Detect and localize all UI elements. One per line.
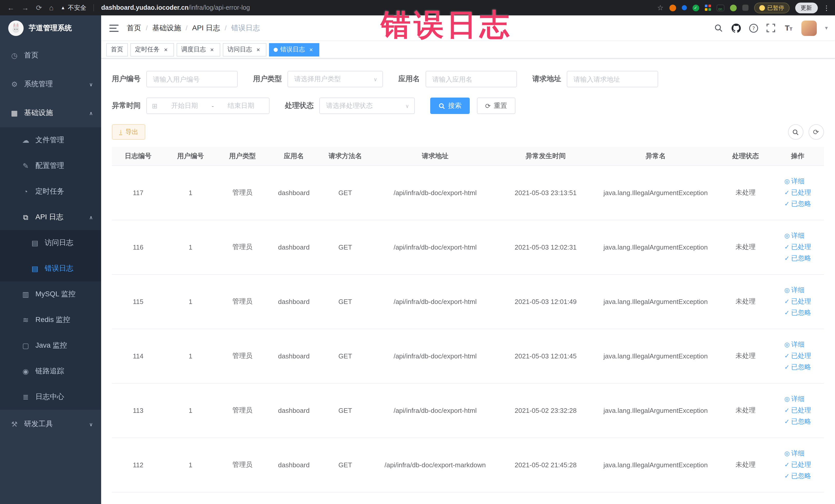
update-button[interactable]: 更新 xyxy=(795,2,817,13)
sidebar-item-config[interactable]: ✎ 配置管理 xyxy=(0,153,101,179)
ignored-link[interactable]: ✓已忽略 xyxy=(785,470,811,482)
user-id-input[interactable] xyxy=(146,71,238,87)
sidebar-item-job[interactable]: ◔ 定时任务 xyxy=(0,179,101,204)
sidebar-item-access-log[interactable]: ▤ 访问日志 xyxy=(0,230,101,256)
github-icon[interactable] xyxy=(732,23,741,33)
help-icon[interactable]: ? xyxy=(749,23,758,33)
sidebar-item-redis[interactable]: ≋ Redis 监控 xyxy=(0,307,101,333)
hamburger-icon[interactable] xyxy=(109,24,119,32)
sidebar-item-log-center[interactable]: ≣ 日志中心 xyxy=(0,384,101,410)
processed-link[interactable]: ✓已处理 xyxy=(785,459,811,470)
extensions-puzzle-icon[interactable] xyxy=(742,5,748,11)
navbar-actions: ? TT ▾ xyxy=(714,20,828,36)
sidebar-item-mysql[interactable]: ▥ MySQL 监控 xyxy=(0,281,101,307)
request-url-input[interactable] xyxy=(567,71,658,87)
tab-error-log[interactable]: 错误日志 × xyxy=(269,43,319,56)
sidebar-item-dev-tools[interactable]: ⚒ 研发工具 ∨ xyxy=(0,410,101,439)
ignored-link[interactable]: ✓已忽略 xyxy=(785,307,811,318)
tab-label: 定时任务 xyxy=(135,45,160,54)
sidebar-item-home[interactable]: ◷ 首页 xyxy=(0,41,101,70)
sidebar-item-file[interactable]: ☁ 文件管理 xyxy=(0,127,101,153)
toggle-search-button[interactable] xyxy=(788,124,803,140)
sidebar-item-trace[interactable]: ◉ 链路追踪 xyxy=(0,358,101,384)
tools-icon: ⚒ xyxy=(10,420,19,428)
ignored-link[interactable]: ✓已忽略 xyxy=(785,198,811,209)
sidebar-item-error-log[interactable]: ▤ 错误日志 xyxy=(0,256,101,281)
address-bar[interactable]: dashboard.yudao.iocoder.cn/infra/log/api… xyxy=(101,4,250,11)
bookmark-star-icon[interactable]: ☆ xyxy=(657,4,664,11)
fullscreen-icon[interactable] xyxy=(767,23,776,33)
sidebar-item-system[interactable]: ⚙ 系统管理 ∨ xyxy=(0,70,101,99)
search-button[interactable]: 搜索 xyxy=(430,98,470,114)
extension-icon-6[interactable] xyxy=(730,4,736,11)
process-status-label: 处理状态 xyxy=(285,101,314,110)
tab-home[interactable]: 首页 xyxy=(106,43,128,56)
font-size-icon[interactable]: TT xyxy=(784,23,793,33)
sidebar-item-infrastructure[interactable]: ▦ 基础设施 ∧ xyxy=(0,99,101,127)
tab-schedule-log[interactable]: 调度日志 × xyxy=(177,43,220,56)
detail-link[interactable]: ◎详细 xyxy=(785,230,811,241)
sidebar-item-label: 配置管理 xyxy=(36,161,64,170)
ignored-link[interactable]: ✓已忽略 xyxy=(785,362,811,373)
user-type-select[interactable]: 请选择用户类型 ∨ xyxy=(287,71,383,87)
breadcrumb-item[interactable]: 首页 xyxy=(127,23,141,33)
ignored-link[interactable]: ✓已忽略 xyxy=(785,253,811,264)
sidebar-item-label: MySQL 监控 xyxy=(36,289,76,299)
browser-reload-icon[interactable]: ⟳ xyxy=(36,4,42,11)
extension-icon-4[interactable] xyxy=(705,5,711,11)
tab-job[interactable]: 定时任务 × xyxy=(130,43,174,56)
check-icon: ✓ xyxy=(785,296,790,307)
table-header-row: 日志编号 用户编号 用户类型 应用名 请求方法名 请求地址 异常发生时间 异常名… xyxy=(112,147,824,165)
processed-link[interactable]: ✓已处理 xyxy=(785,405,811,416)
close-icon[interactable]: × xyxy=(162,46,169,53)
processed-link[interactable]: ✓已处理 xyxy=(785,350,811,362)
tab-access-log[interactable]: 访问日志 × xyxy=(223,43,266,56)
request-url-label: 请求地址 xyxy=(532,75,561,84)
sidebar-item-java[interactable]: ▢ Java 监控 xyxy=(0,333,101,358)
sidebar-item-api-log[interactable]: ⧉ API 日志 ∧ xyxy=(0,204,101,230)
breadcrumb-item[interactable]: 基础设施 xyxy=(152,23,181,33)
detail-link[interactable]: ◎详细 xyxy=(785,339,811,350)
refresh-table-button[interactable]: ⟳ xyxy=(808,124,824,140)
detail-link[interactable]: ◎详细 xyxy=(785,394,811,405)
avatar-caret-down-icon[interactable]: ▾ xyxy=(825,25,828,31)
extension-icon-1[interactable] xyxy=(669,4,676,11)
detail-link[interactable]: ◎详细 xyxy=(785,284,811,296)
browser-home-icon[interactable]: ⌂ xyxy=(49,4,54,11)
app-name-input[interactable] xyxy=(426,71,517,87)
avatar[interactable] xyxy=(801,20,817,36)
process-status-select[interactable]: 请选择处理状态 ∨ xyxy=(319,98,415,114)
extension-icon-5[interactable]: on xyxy=(716,4,724,11)
search-icon[interactable] xyxy=(714,23,724,33)
sidebar-logo[interactable]: 芋道管理系统 xyxy=(0,15,101,41)
detail-link[interactable]: ◎详细 xyxy=(785,448,811,459)
close-icon[interactable]: × xyxy=(307,46,315,53)
extension-icon-2[interactable] xyxy=(681,5,687,10)
cell-status: 未处理 xyxy=(719,274,772,329)
cell-exception-name: java.lang.IllegalArgumentException xyxy=(592,220,719,274)
eye-icon: ◎ xyxy=(785,230,790,241)
ignored-link[interactable]: ✓已忽略 xyxy=(785,416,811,427)
divider xyxy=(94,4,94,11)
chevron-up-icon: ∧ xyxy=(89,110,93,116)
reset-button[interactable]: ⟳ 重置 xyxy=(477,98,515,114)
breadcrumb-item[interactable]: API 日志 xyxy=(192,23,220,33)
date-range-picker[interactable]: ⊞ 开始日期 - 结束日期 xyxy=(146,98,269,114)
detail-link[interactable]: ◎详细 xyxy=(785,176,811,187)
browser-menu-icon[interactable]: ⋮ xyxy=(823,4,830,12)
browser-back-icon[interactable]: ← xyxy=(7,4,14,11)
export-button[interactable]: ↓ 导出 xyxy=(112,124,145,140)
filter-process-status: 处理状态 请选择处理状态 ∨ xyxy=(285,98,415,114)
close-icon[interactable]: × xyxy=(208,46,216,53)
processed-link[interactable]: ✓已处理 xyxy=(785,241,811,253)
col-exception-name: 异常名 xyxy=(592,147,719,165)
sidebar: 芋道管理系统 ◷ 首页 ⚙ 系统管理 ∨ ▦ 基础设施 ∧ ☁ xyxy=(0,15,101,504)
processed-link[interactable]: ✓已处理 xyxy=(785,296,811,307)
processed-link[interactable]: ✓已处理 xyxy=(785,187,811,198)
extension-icon-3[interactable]: ✓ xyxy=(692,4,699,11)
reset-button-label: 重置 xyxy=(494,101,507,110)
browser-forward-icon[interactable]: → xyxy=(22,4,29,11)
security-chip[interactable]: ▲ 不安全 xyxy=(61,3,86,12)
paused-badge[interactable]: 已暂停 xyxy=(754,2,789,13)
close-icon[interactable]: × xyxy=(254,46,262,53)
